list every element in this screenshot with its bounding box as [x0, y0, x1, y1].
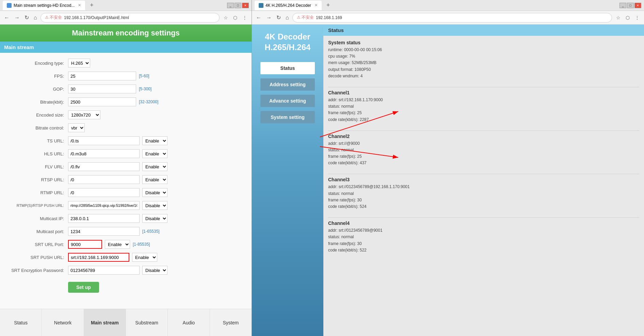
decoder-title-line2: H.265/H.264: [265, 43, 311, 52]
right-minimize-button[interactable]: _: [619, 3, 626, 8]
channel2-status: status: normal: [328, 147, 639, 153]
left-tab-favicon: [7, 3, 12, 8]
encoded-size-row: Encoded size: 1280x7201920x1080: [7, 110, 245, 120]
encoding-type-select[interactable]: H.265H.264: [68, 59, 90, 67]
rtsp-url-enable-select[interactable]: EnableDisable: [142, 175, 167, 184]
left-home-button[interactable]: ⌂: [32, 14, 38, 21]
right-forward-button[interactable]: →: [265, 14, 273, 21]
bitrate-control-select[interactable]: vbrcbr: [68, 123, 85, 132]
right-page-content: 4K Decoder H.265/H.264 Status Address se…: [252, 25, 644, 336]
rtmp-url-enable-select[interactable]: DisableEnable: [142, 188, 167, 197]
right-home-button[interactable]: ⌂: [284, 14, 290, 21]
channel4-frame-rate: frame rate(fps): 30: [328, 241, 639, 247]
system-runtime: runtime: 0000-00-00 00:15:06: [328, 47, 639, 53]
system-status-title: System status: [328, 40, 639, 45]
channel1-addr: addr: srt://192.168.1.170:9000: [328, 97, 639, 103]
left-back-button[interactable]: ←: [3, 14, 11, 21]
left-address-bar[interactable]: ⚠ 不安全 192.168.1.170/OutputP1MainE.html: [41, 13, 220, 22]
fps-input[interactable]: [68, 72, 136, 80]
right-win-controls: _ □ ✕: [619, 3, 641, 8]
multicast-ip-row: Multicast IP: DisableEnable: [7, 214, 245, 223]
multicast-port-label: Multicast port:: [7, 229, 68, 234]
decoder-system-setting-button[interactable]: System setting: [260, 111, 315, 123]
nav-substream[interactable]: Substream: [126, 309, 168, 336]
fps-hint: [5-60]: [139, 74, 149, 78]
srt-push-url-enable-select[interactable]: EnableDisable: [132, 253, 157, 262]
right-menu-icon[interactable]: ⋮: [633, 14, 641, 22]
ts-url-enable-select[interactable]: EnableDisable: [142, 136, 167, 145]
ts-url-input[interactable]: [68, 136, 140, 145]
nav-network[interactable]: Network: [42, 309, 84, 336]
bitrate-label: Bitrate(kbit):: [7, 100, 68, 105]
flv-url-enable-select[interactable]: EnableDisable: [142, 162, 167, 171]
bitrate-hint: [32-32000]: [139, 100, 158, 104]
right-address-bar[interactable]: ⚠ 不安全 192.168.1.169: [292, 13, 612, 22]
multicast-ip-input[interactable]: [68, 214, 140, 223]
bitrate-control-row: Bitrate control: vbrcbr: [7, 123, 245, 133]
channel4-addr: addr: srt://0123456789@9001: [328, 227, 639, 234]
right-extensions-icon[interactable]: ⬡: [624, 14, 632, 22]
right-browser-window: 4K H.265/H.264 Decoder ✕ + _ □ ✕ ← → ↻ ⌂…: [252, 0, 644, 336]
setup-button[interactable]: Set up: [68, 282, 99, 293]
nav-status[interactable]: Status: [0, 309, 42, 336]
left-win-controls: _ □ ✕: [227, 3, 249, 8]
left-refresh-button[interactable]: ↻: [23, 14, 30, 21]
left-extensions-icon[interactable]: ⬡: [231, 14, 239, 22]
flv-url-input[interactable]: [68, 162, 140, 171]
channel2-title: Channel2: [328, 134, 639, 139]
rtmp-url-input[interactable]: [68, 188, 140, 197]
left-bookmark-icon[interactable]: ☆: [222, 14, 230, 22]
encoded-size-select[interactable]: 1280x7201920x1080: [68, 110, 100, 119]
channel1-frame-rate: frame rate(fps): 25: [328, 110, 639, 116]
srt-enc-pw-label: SRT Encryption Password:: [7, 268, 68, 273]
right-tab-title: 4K H.265/H.264 Decoder: [265, 3, 311, 8]
hls-url-input[interactable]: [68, 149, 140, 158]
nav-main-stream[interactable]: Main stream: [84, 309, 126, 336]
rtmp-push-url-enable-select[interactable]: DisableEnable: [142, 201, 167, 210]
srt-push-url-row: SRT PUSH URL: EnableDisable: [7, 253, 245, 262]
channel1-status: status: normal: [328, 103, 639, 110]
right-tab-close[interactable]: ✕: [315, 3, 318, 7]
srt-enc-pw-enable-select[interactable]: DisableEnable: [142, 266, 167, 275]
decoder-status-button[interactable]: Status: [260, 62, 315, 74]
right-close-button[interactable]: ✕: [634, 3, 641, 8]
right-titlebar: 4K H.265/H.264 Decoder ✕ + _ □ ✕: [252, 0, 644, 11]
right-new-tab-button[interactable]: +: [324, 1, 333, 10]
right-refresh-button[interactable]: ↻: [275, 14, 282, 21]
srt-url-port-enable-select[interactable]: EnableDisable: [105, 240, 130, 249]
left-menu-icon[interactable]: ⋮: [241, 14, 249, 22]
ts-url-label: TS URL:: [7, 138, 68, 143]
channel1-code-rate: code rate(kbit/s): 2287: [328, 117, 639, 123]
srt-push-url-label: SRT PUSH URL:: [7, 255, 68, 260]
rtsp-url-input[interactable]: [68, 175, 140, 184]
srt-push-url-input[interactable]: [68, 253, 129, 262]
decoder-address-setting-button[interactable]: Address setting: [260, 78, 315, 91]
right-maximize-button[interactable]: □: [627, 3, 634, 8]
bitrate-input[interactable]: [68, 97, 136, 106]
system-output-format: output format: 1080P50: [328, 66, 639, 73]
gop-label: GOP:: [7, 87, 68, 92]
left-close-button[interactable]: ✕: [242, 3, 249, 8]
nav-audio[interactable]: Audio: [168, 309, 210, 336]
gop-input[interactable]: [68, 85, 136, 93]
nav-system[interactable]: System: [210, 309, 252, 336]
hls-url-enable-select[interactable]: EnableDisable: [142, 149, 167, 158]
right-active-tab[interactable]: 4K H.265/H.264 Decoder ✕: [255, 1, 322, 10]
srt-url-port-input[interactable]: [68, 240, 102, 249]
decoder-status-content: System status runtime: 0000-00-00 00:15:…: [323, 36, 644, 336]
left-maximize-button[interactable]: □: [235, 3, 241, 8]
right-back-button[interactable]: ←: [255, 14, 263, 21]
left-new-tab-button[interactable]: +: [87, 1, 96, 10]
left-minimize-button[interactable]: _: [227, 3, 234, 8]
multicast-port-input[interactable]: [68, 227, 140, 236]
encoding-form: Encoding type: H.265H.264 FPS: [5-60] GO…: [0, 53, 252, 309]
left-active-tab[interactable]: Main stream settings-HD Encod... ✕: [3, 1, 85, 10]
multicast-ip-enable-select[interactable]: DisableEnable: [142, 214, 167, 223]
left-forward-button[interactable]: →: [13, 14, 21, 21]
left-tab-close[interactable]: ✕: [78, 3, 81, 7]
right-bookmark-icon[interactable]: ☆: [614, 14, 622, 22]
system-decode-wndnum: decode wndnum: 4: [328, 73, 639, 79]
srt-enc-pw-input[interactable]: [68, 266, 140, 275]
decoder-advance-setting-button[interactable]: Advance setting: [260, 95, 315, 107]
rtmp-push-url-input[interactable]: [68, 201, 140, 210]
